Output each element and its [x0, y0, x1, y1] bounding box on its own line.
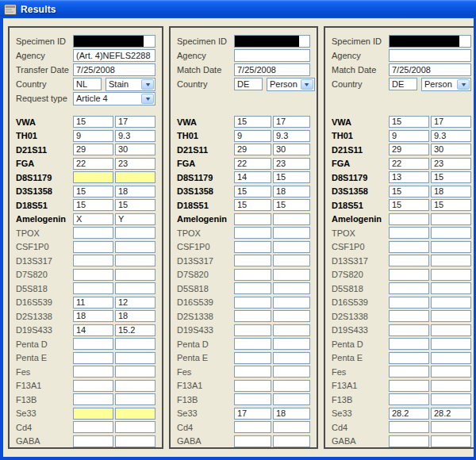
allele-1-field[interactable]: 22 [73, 158, 113, 170]
allele-1-field[interactable]: 15 [389, 199, 429, 211]
allele-2-field[interactable] [431, 435, 471, 447]
allele-1-field[interactable]: 15 [234, 186, 271, 197]
allele-1-field[interactable] [389, 393, 429, 405]
allele-1-field[interactable] [389, 213, 429, 225]
allele-2-field[interactable]: 18 [115, 310, 155, 322]
allele-1-field[interactable] [234, 324, 271, 336]
allele-1-field[interactable] [234, 421, 271, 433]
allele-1-field[interactable]: 15 [389, 116, 429, 128]
allele-1-field[interactable] [234, 380, 271, 392]
allele-2-field[interactable] [431, 297, 471, 309]
allele-1-field[interactable]: X [73, 213, 113, 225]
allele-1-field[interactable]: 14 [73, 324, 113, 336]
country-code-field[interactable]: DE [389, 78, 417, 90]
country-category-dropdown[interactable]: Person▼ [421, 78, 471, 91]
allele-1-field[interactable] [234, 227, 271, 239]
allele-1-field[interactable] [234, 282, 271, 294]
country-category-dropdown[interactable]: Stain▼ [106, 78, 155, 91]
allele-1-field[interactable]: 17 [234, 408, 271, 420]
specimen-id-field[interactable] [73, 35, 155, 48]
allele-1-field[interactable] [389, 282, 429, 294]
allele-2-field[interactable]: 9.3 [431, 130, 471, 142]
allele-2-field[interactable] [431, 269, 471, 281]
allele-2-field[interactable] [115, 255, 155, 266]
allele-1-field[interactable] [73, 435, 113, 447]
agency-field[interactable] [389, 49, 471, 62]
allele-1-field[interactable]: 9 [389, 130, 429, 142]
allele-1-field[interactable] [389, 421, 429, 433]
allele-1-field[interactable] [389, 241, 429, 253]
allele-1-field[interactable] [389, 297, 429, 309]
allele-1-field[interactable] [234, 255, 271, 266]
transfer-date-field[interactable]: 7/25/2008 [73, 63, 155, 76]
allele-2-field[interactable] [273, 366, 310, 378]
allele-1-field[interactable] [234, 352, 271, 364]
allele-2-field[interactable] [273, 421, 310, 433]
agency-field[interactable] [234, 49, 310, 62]
allele-2-field[interactable]: 23 [115, 158, 155, 170]
allele-2-field[interactable] [273, 352, 310, 364]
allele-1-field[interactable]: 15 [73, 116, 113, 128]
allele-1-field[interactable]: 9 [73, 130, 113, 142]
allele-1-field[interactable]: 29 [389, 144, 429, 155]
allele-1-field[interactable] [73, 269, 113, 281]
allele-1-field[interactable] [389, 324, 429, 336]
allele-2-field[interactable] [431, 213, 471, 225]
allele-1-field[interactable] [73, 393, 113, 405]
allele-1-field[interactable] [234, 297, 271, 309]
allele-1-field[interactable] [234, 213, 271, 225]
allele-1-field[interactable]: 29 [73, 144, 113, 155]
allele-2-field[interactable] [115, 435, 155, 447]
allele-1-field[interactable] [234, 393, 271, 405]
allele-1-field[interactable] [73, 241, 113, 253]
allele-1-field[interactable] [73, 352, 113, 364]
allele-1-field[interactable] [389, 352, 429, 364]
allele-2-field[interactable] [431, 380, 471, 392]
allele-1-field[interactable] [73, 282, 113, 294]
allele-2-field[interactable]: 15.2 [115, 324, 155, 336]
allele-1-field[interactable] [234, 241, 271, 253]
allele-1-field[interactable] [389, 310, 429, 322]
allele-2-field[interactable] [273, 324, 310, 336]
dropdown-button[interactable]: ▼ [301, 79, 313, 90]
allele-2-field[interactable]: 18 [273, 186, 310, 197]
allele-1-field[interactable] [389, 269, 429, 281]
allele-1-field[interactable] [234, 366, 271, 378]
country-category-dropdown[interactable]: Person▼ [267, 78, 315, 91]
allele-2-field[interactable]: 18 [431, 186, 471, 197]
allele-2-field[interactable]: 15 [115, 199, 155, 211]
allele-1-field[interactable]: 11 [73, 297, 113, 309]
allele-1-field[interactable] [389, 255, 429, 266]
allele-2-field[interactable]: 18 [273, 408, 310, 420]
allele-2-field[interactable] [115, 241, 155, 253]
allele-2-field[interactable] [115, 352, 155, 364]
allele-2-field[interactable] [431, 227, 471, 239]
allele-1-field[interactable]: 9 [234, 130, 271, 142]
allele-2-field[interactable] [431, 255, 471, 266]
allele-1-field[interactable] [234, 269, 271, 281]
allele-1-field[interactable] [389, 338, 429, 350]
allele-1-field[interactable] [73, 380, 113, 392]
allele-1-field[interactable]: 15 [73, 199, 113, 211]
allele-1-field[interactable] [73, 338, 113, 350]
dropdown-button[interactable]: ▼ [457, 79, 470, 90]
allele-2-field[interactable] [431, 282, 471, 294]
country-code-field[interactable]: NL [73, 78, 102, 90]
allele-1-field[interactable]: 15 [389, 186, 429, 197]
allele-1-field[interactable] [234, 338, 271, 350]
country-code-field[interactable]: DE [234, 78, 263, 90]
allele-2-field[interactable]: 17 [273, 116, 310, 128]
allele-2-field[interactable] [431, 324, 471, 336]
allele-2-field[interactable]: 17 [431, 116, 471, 128]
specimen-id-field[interactable] [234, 35, 310, 48]
match-date-field[interactable]: 7/25/2008 [234, 63, 310, 76]
allele-1-field[interactable] [73, 171, 113, 183]
allele-2-field[interactable]: 30 [273, 144, 310, 155]
allele-2-field[interactable] [273, 338, 310, 350]
allele-1-field[interactable] [389, 435, 429, 447]
allele-1-field[interactable]: 18 [73, 310, 113, 322]
allele-1-field[interactable]: 22 [389, 158, 429, 170]
allele-2-field[interactable] [431, 366, 471, 378]
request-type-dropdown[interactable]: Article 4▼ [73, 92, 155, 105]
form-window-icon[interactable] [4, 4, 17, 15]
